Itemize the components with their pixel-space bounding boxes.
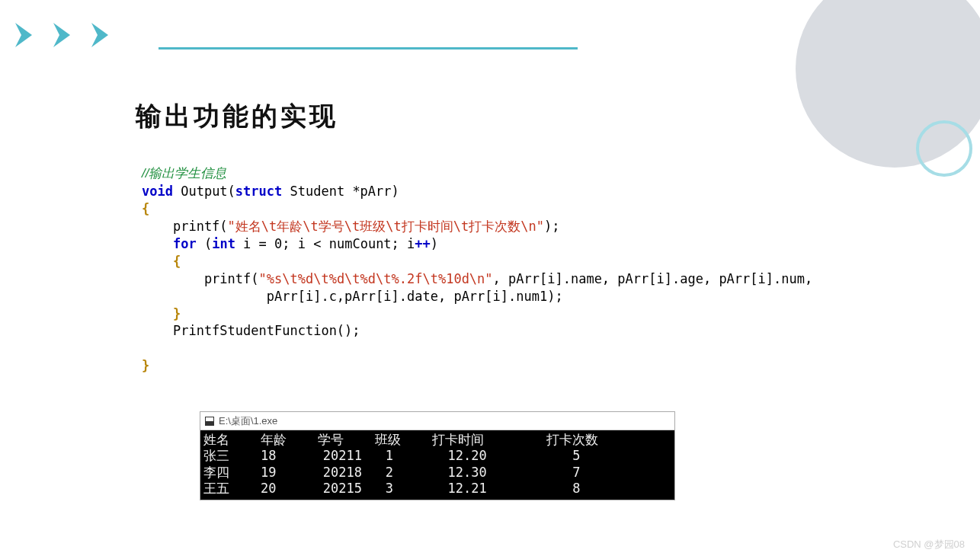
kw-for: for: [173, 236, 197, 251]
console-icon: [205, 417, 214, 426]
console-title: E:\桌面\1.exe: [219, 414, 277, 428]
kw-void: void: [142, 184, 173, 199]
args1: , pArr[i].name, pArr[i].age, pArr[i].num…: [493, 271, 813, 286]
console-row: 张三 18 20211 1 12.20 5: [203, 448, 581, 463]
brace-open-inner: {: [142, 254, 181, 269]
watermark: CSDN @梦园08: [893, 538, 965, 551]
chevron-right-icon: [14, 21, 47, 49]
printf-call-2: printf(: [142, 271, 259, 286]
chevron-right-icon: [52, 21, 85, 49]
console-row: 王五 20 20215 3 12.21 8: [203, 481, 581, 496]
svg-marker-0: [15, 23, 32, 47]
kw-struct: struct: [235, 184, 282, 199]
brace-open: {: [142, 201, 149, 216]
paren-close: ): [431, 236, 438, 251]
divider: [159, 47, 578, 50]
string-literal: "姓名\t年龄\t学号\t班级\t打卡时间\t打卡次数\n": [228, 219, 544, 234]
svg-marker-2: [91, 23, 108, 47]
num-zero: 0: [274, 236, 282, 251]
paren: (: [197, 236, 212, 251]
args2: pArr[i].c,pArr[i].date, pArr[i].num1);: [142, 289, 563, 304]
svg-marker-1: [53, 23, 70, 47]
brace-close-inner: }: [142, 306, 181, 321]
cond: ; i < numCount; i: [282, 236, 415, 251]
console-output: 姓名 年龄 学号 班级 打卡时间 打卡次数 张三 18 20211 1 12.2…: [200, 430, 674, 500]
code-comment: //输出学生信息: [142, 166, 226, 181]
kw-int: int: [212, 236, 235, 251]
fn-name: Output(: [173, 184, 235, 199]
page-title: 输出功能的实现: [136, 99, 338, 134]
console-header-row: 姓名 年龄 学号 班级 打卡时间 打卡次数: [203, 432, 598, 447]
op-inc: ++: [415, 236, 430, 251]
console-titlebar: E:\桌面\1.exe: [200, 412, 674, 430]
decorative-circle-small: [916, 120, 972, 177]
printf-call: printf(: [142, 219, 228, 234]
init: i =: [235, 236, 274, 251]
code-snippet: //输出学生信息 void Output(struct Student *pAr…: [136, 161, 837, 387]
fn-call: PrintfStudentFunction();: [142, 323, 360, 338]
console-row: 李四 19 20218 2 12.30 7: [203, 465, 581, 480]
console-window: E:\桌面\1.exe 姓名 年龄 学号 班级 打卡时间 打卡次数 张三 18 …: [200, 411, 675, 500]
chevron-right-icon: [90, 21, 123, 49]
brace-close: }: [142, 358, 149, 373]
string-literal-2: "%s\t%d\t%d\t%d\t%.2f\t%10d\n": [259, 271, 493, 286]
fn-params: Student *pArr): [282, 184, 399, 199]
arrow-decoration: [14, 21, 123, 49]
semi: );: [544, 219, 559, 234]
